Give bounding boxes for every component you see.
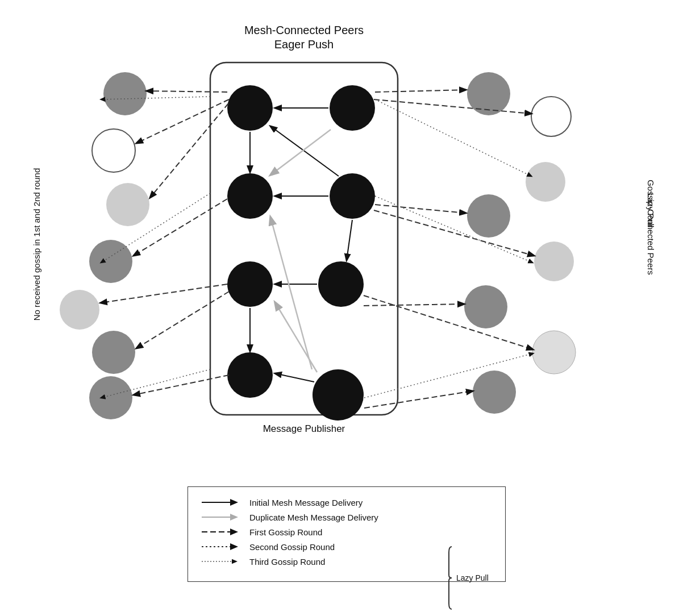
legend-item-duplicate-mesh: Duplicate Mesh Message Delivery: [202, 512, 491, 522]
legend-arrow-second-gossip: [202, 542, 241, 552]
gray-arrow-tr-ml: [270, 130, 331, 175]
dashed-bl-left7: [134, 375, 229, 395]
dashed-tl-left2: [136, 99, 229, 143]
legend-box: Initial Mesh Message Delivery Duplicate …: [188, 486, 506, 582]
gray-arrow-pub-ml: [270, 217, 312, 369]
mesh-title-line1: Mesh-Connected Peers: [244, 24, 364, 36]
dashed-pub-right7: [364, 391, 473, 408]
dashed-mr-right3: [375, 205, 466, 213]
dotted-right-2: [375, 196, 532, 263]
dashed-tr-right1: [375, 90, 466, 92]
right-node-2: [531, 97, 571, 136]
left-label: No received gossip in 1st and 2nd round: [32, 168, 41, 321]
legend-arrow-duplicate-mesh: [202, 512, 241, 522]
left-node-4: [89, 240, 132, 283]
legend-arrow-initial-mesh: [202, 497, 241, 507]
legend-item-initial-mesh: Initial Mesh Message Delivery: [202, 497, 491, 507]
legend-label-third-gossip: Third Gossip Round: [249, 557, 325, 567]
left-node-2: [92, 129, 135, 172]
right-node-7: [532, 331, 576, 374]
mesh-node-lr: [318, 261, 364, 307]
dashed-ml-left3: [150, 103, 228, 198]
mesh-node-bl: [227, 352, 273, 398]
left-node-1: [103, 72, 147, 115]
legend-label-second-gossip: Second Gossip Round: [249, 542, 335, 552]
mesh-arrow-mr-lr: [347, 220, 352, 260]
publisher-label: Message Publisher: [263, 423, 345, 434]
legend-arrow-first-gossip: [202, 527, 241, 537]
right-node-1: [467, 72, 510, 115]
right-node-8: [473, 371, 516, 414]
mesh-title-line2: Eager Push: [274, 38, 334, 51]
right-node-6: [464, 285, 507, 328]
dashed-lr-right5: [364, 304, 464, 306]
mesh-node-ml: [227, 173, 273, 219]
right-node-5: [534, 242, 574, 281]
mesh-arrow-mr-tl: [270, 126, 339, 176]
mesh-node-tl: [227, 85, 273, 131]
legend-item-first-gossip: First Gossip Round: [202, 527, 491, 537]
right-node-3: [526, 162, 565, 202]
legend-arrow-third-gossip: [202, 556, 241, 567]
mesh-node-tr: [330, 85, 375, 131]
right-node-4: [467, 194, 510, 238]
left-node-3: [106, 183, 149, 226]
legend-label-first-gossip: First Gossip Round: [249, 527, 322, 537]
dashed-bl-left6: [136, 292, 229, 348]
dashed-ll-left5: [101, 284, 227, 303]
svg-text:Lazy Pull: Lazy Pull: [456, 573, 489, 582]
legend-brace-svg: Lazy Pull: [446, 544, 491, 612]
legend-label-initial-mesh: Initial Mesh Message Delivery: [249, 498, 363, 507]
left-node-7: [89, 376, 132, 419]
right-label-line2: Lazy Pull: [646, 193, 656, 228]
mesh-node-mr: [330, 173, 375, 219]
dashed-lr-right6: [364, 295, 533, 349]
mesh-node-ll: [227, 261, 273, 307]
mesh-arrow-pub-bl: [275, 373, 314, 382]
legend-label-duplicate-mesh: Duplicate Mesh Message Delivery: [249, 513, 378, 522]
left-node-6: [92, 331, 135, 374]
mesh-node-publisher: [313, 369, 364, 421]
dashed-tl-left1: [147, 91, 227, 92]
left-node-5: [60, 290, 99, 330]
